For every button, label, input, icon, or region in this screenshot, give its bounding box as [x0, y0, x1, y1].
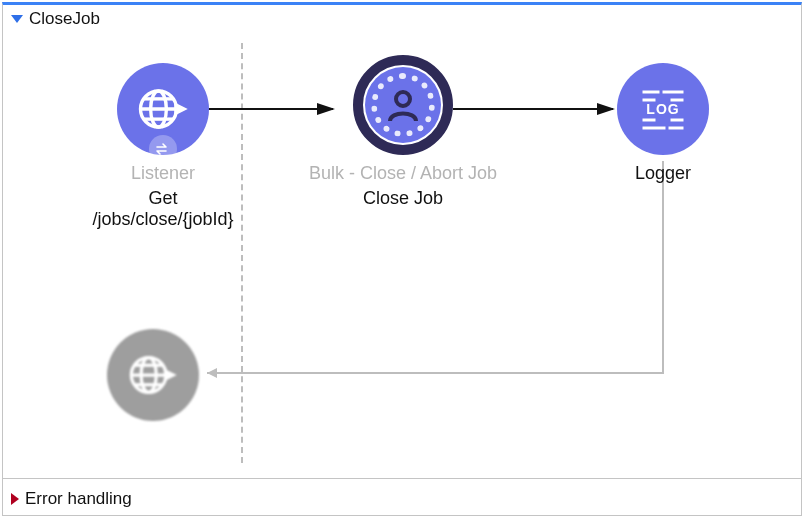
logger-name-label: Logger — [603, 163, 723, 184]
section-divider — [3, 478, 801, 479]
svg-text:LOG: LOG — [646, 101, 679, 117]
error-section-title: Error handling — [25, 489, 132, 509]
globe-arrow-grey-icon — [127, 349, 179, 401]
operation-name-label: Close Job — [283, 188, 523, 209]
listener-name-label: Get /jobs/close/{jobId} — [83, 188, 243, 230]
collapse-icon — [11, 15, 23, 23]
section-header-flow[interactable]: CloseJob — [3, 5, 801, 33]
section-header-error[interactable]: Error handling — [3, 485, 801, 513]
listener-node[interactable]: Listener Get /jobs/close/{jobId} — [83, 63, 243, 230]
exchange-badge-icon — [149, 135, 177, 163]
svg-marker-8 — [174, 102, 188, 116]
logger-node[interactable]: LOG Logger — [603, 63, 723, 184]
logger-icon: LOG — [617, 63, 709, 155]
flow-panel: CloseJob — [2, 2, 802, 516]
response-icon — [107, 329, 199, 421]
listener-icon — [117, 63, 209, 155]
expand-icon — [11, 493, 19, 505]
listener-type-label: Listener — [83, 163, 243, 184]
operation-icon — [353, 55, 453, 155]
log-icon: LOG — [634, 80, 692, 138]
svg-marker-24 — [164, 369, 177, 382]
globe-arrow-icon — [136, 82, 190, 136]
svg-marker-2 — [207, 368, 217, 378]
response-node[interactable] — [103, 329, 203, 421]
operation-type-label: Bulk - Close / Abort Job — [283, 163, 523, 184]
operation-node[interactable]: Bulk - Close / Abort Job Close Job — [283, 59, 523, 209]
flow-canvas[interactable]: Listener Get /jobs/close/{jobId} Bulk - … — [3, 33, 801, 473]
flow-title: CloseJob — [29, 9, 100, 29]
